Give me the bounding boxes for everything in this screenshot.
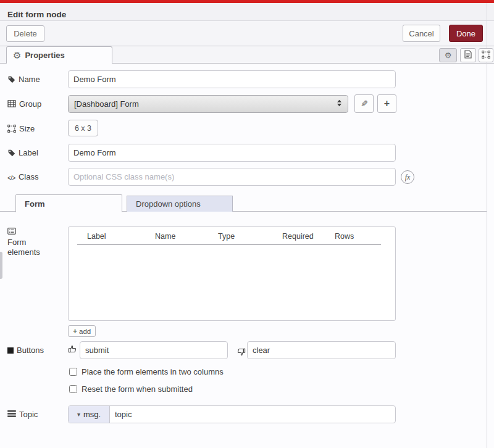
object-group-icon [7,125,16,133]
tab-properties[interactable]: ⚙ Properties [6,46,112,64]
description-icon-button[interactable] [460,48,476,62]
label-input[interactable] [68,144,396,162]
two-columns-label: Place the form elements in two columns [82,367,224,376]
submit-button-text-input[interactable] [80,341,228,359]
tray-header: Edit form node [0,3,494,21]
topic-type-selector[interactable]: ▾ msg. [69,406,110,423]
add-element-button[interactable]: + add [68,325,96,337]
form-elements-list: Label Name Type Required Rows [68,226,396,321]
column-header-type: Type [218,232,235,241]
group-field-label: Group [7,99,41,109]
two-columns-checkbox[interactable] [69,368,77,376]
header-divider [77,244,381,245]
pencil-icon: ✎ [361,99,368,109]
document-icon [464,50,472,60]
cancel-button[interactable]: Cancel [403,25,440,42]
plus-icon: + [73,327,77,336]
tag-icon [7,149,15,157]
topic-field-label: Topic [7,410,38,420]
group-select[interactable]: [Dashboard] Form [68,95,348,113]
add-group-button[interactable]: + [377,94,396,113]
delete-button[interactable]: Delete [6,25,44,42]
edit-group-button[interactable]: ✎ [354,94,374,113]
class-field-label: </> Class [7,172,38,183]
topic-typed-input: ▾ msg. [68,405,396,423]
class-input[interactable] [68,168,396,186]
column-header-label: Label [87,232,106,241]
reset-on-submit-option: Reset the form when submitted [69,384,193,394]
list-alt-icon [7,228,16,234]
square-icon [7,347,14,354]
gear-icon: ⚙ [445,51,452,59]
fx-expand-button[interactable]: fx [401,170,414,184]
column-header-required: Required [282,232,314,241]
properties-tab-label: Properties [25,51,64,60]
tab-form[interactable]: Form [15,194,122,212]
tray-resize-handle[interactable] [0,252,2,279]
reset-on-submit-checkbox[interactable] [69,385,77,393]
size-button[interactable]: 6 x 3 [68,120,98,136]
tag-icon [7,75,15,83]
plus-icon: + [384,98,390,109]
caret-down-icon: ▾ [77,411,80,418]
column-header-name: Name [155,232,175,241]
tasks-icon [7,410,16,417]
reset-on-submit-label: Reset the form when submitted [82,384,193,394]
tray-right-border [487,3,487,448]
name-input[interactable] [68,70,396,88]
properties-icon-button[interactable]: ⚙ [439,48,457,62]
done-button[interactable]: Done [449,25,483,42]
appearance-icon-button[interactable] [479,48,493,62]
clear-button-text-input[interactable] [247,341,396,359]
thumbs-down-icon [237,346,246,357]
code-icon: </> [7,173,15,183]
column-header-rows: Rows [335,232,354,241]
table-icon [7,100,16,107]
topic-prefix-label: msg. [83,410,101,419]
topic-input[interactable] [110,406,395,423]
thumbs-up-icon [68,344,77,355]
buttons-field-label: Buttons [7,346,44,355]
label-field-label: Label [7,148,38,158]
dialog-title: Edit form node [7,10,66,19]
name-field-label: Name [7,75,40,85]
object-group-icon [482,51,490,60]
gear-icon: ⚙ [13,51,21,60]
group-select-value: [Dashboard] Form [74,99,337,109]
size-field-label: Size [7,124,35,134]
tab-dropdown-options[interactable]: Dropdown options [127,196,233,212]
two-columns-option: Place the form elements in two columns [69,367,224,376]
select-arrows-icon [337,99,342,109]
form-elements-label: Form elements [7,227,54,257]
